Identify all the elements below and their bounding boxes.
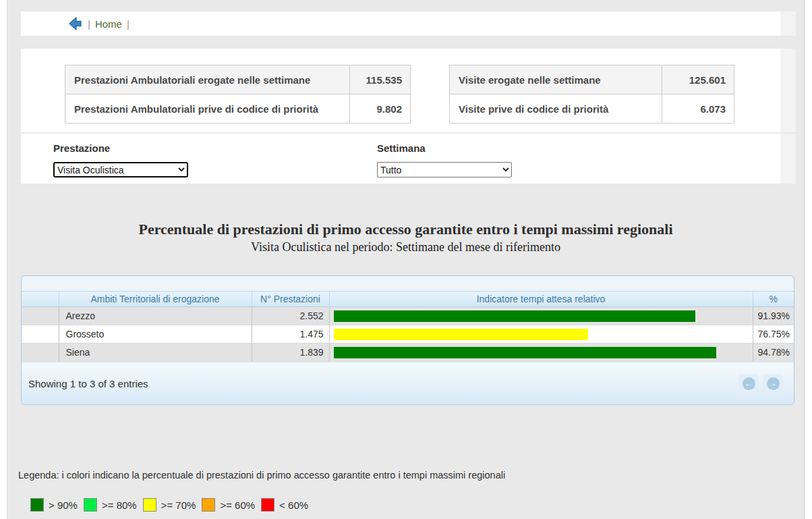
indicator-bar <box>334 347 717 358</box>
legend-label: >= 70% <box>161 499 196 511</box>
indicator-bar <box>334 310 695 322</box>
stat-value: 115.535 <box>350 65 411 94</box>
stat-label: Visite erogate nelle settimane <box>450 65 662 94</box>
pagination: ← → <box>738 374 783 394</box>
legend-label: < 60% <box>279 499 308 511</box>
settimana-select[interactable]: Tutto <box>377 162 512 177</box>
stat-value: 125.601 <box>662 65 734 94</box>
legend-item: >= 70% <box>143 498 196 512</box>
spacer-cell <box>22 307 59 325</box>
legend-item: >= 60% <box>202 498 255 512</box>
legend-description: Legenda: i colori indicano la percentual… <box>18 470 505 481</box>
prestazioni-cell: 1.839 <box>252 344 329 362</box>
stat-label: Prestazioni Ambulatoriali prive di codic… <box>65 94 350 124</box>
yellow-swatch-icon <box>143 498 156 512</box>
summary-stats-card: Prestazioni Ambulatoriali erogate nelle … <box>21 49 796 132</box>
results-panel: Ambiti Territoriali di erogazione N° Pre… <box>21 275 794 405</box>
ambiti-column-header[interactable]: Ambiti Territoriali di erogazione <box>59 292 252 307</box>
prestazioni-cell: 1.475 <box>252 325 329 344</box>
pagination-next-button[interactable]: → <box>763 374 783 394</box>
breadcrumb-separator: | <box>88 18 90 30</box>
prestazioni-cell: 2.552 <box>252 307 329 325</box>
table-footer: Showing 1 to 3 of 3 entries ← → <box>22 362 794 404</box>
breadcrumb-separator: | <box>127 18 129 30</box>
pagination-prev-button[interactable]: ← <box>738 374 759 394</box>
orange-swatch-icon <box>202 498 215 512</box>
results-table: Ambiti Territoriali di erogazione N° Pre… <box>22 291 794 362</box>
table-row: Prestazioni Ambulatoriali erogate nelle … <box>65 65 411 94</box>
visite-stats-table: Visite erogate nelle settimane 125.601 V… <box>449 65 734 124</box>
ambito-cell: Arezzo <box>59 307 252 325</box>
table-row: Arezzo 2.552 91.93% <box>22 307 794 325</box>
ambito-cell: Siena <box>59 344 252 362</box>
spacer-column-header <box>22 292 59 307</box>
percent-cell: 91.93% <box>753 307 794 325</box>
stat-label: Visite prive di codice di priorità <box>450 94 662 124</box>
table-row: Prestazioni Ambulatoriali prive di codic… <box>65 94 411 124</box>
settimana-label: Settimana <box>377 142 426 154</box>
legend-item: < 60% <box>261 498 308 512</box>
page-title: Percentuale di prestazioni di primo acce… <box>7 221 804 238</box>
arrow-left-icon: ← <box>743 377 755 390</box>
table-row: Visite prive di codice di priorità 6.073 <box>450 94 734 124</box>
red-swatch-icon <box>261 498 274 512</box>
legend-item: >= 80% <box>84 498 137 512</box>
indicator-bar-cell <box>329 325 753 344</box>
legend: > 90% >= 80% >= 70% >= 60% < 60% <box>30 498 308 512</box>
legend-label: > 90% <box>49 499 78 511</box>
stat-value: 9.802 <box>350 94 411 124</box>
legend-label: >= 80% <box>102 499 137 511</box>
dark-green-swatch-icon <box>30 498 44 512</box>
legend-label: >= 60% <box>220 499 255 511</box>
spacer-cell <box>22 344 59 362</box>
table-row: Grosseto 1.475 76.75% <box>22 325 794 344</box>
prestazioni-stats-table: Prestazioni Ambulatoriali erogate nelle … <box>65 65 411 124</box>
page-background: | Home | Prestazioni Ambulatoriali eroga… <box>7 0 805 519</box>
stat-label: Prestazioni Ambulatoriali erogate nelle … <box>65 65 350 94</box>
stat-value: 6.073 <box>662 94 734 124</box>
prestazione-select[interactable]: Visita Oculistica <box>53 162 188 177</box>
indicator-bar-cell <box>329 344 753 362</box>
breadcrumb: | Home | <box>21 11 796 36</box>
prestazioni-column-header[interactable]: N° Prestazioni <box>252 292 329 307</box>
entries-info: Showing 1 to 3 of 3 entries <box>28 378 148 389</box>
prestazione-label: Prestazione <box>53 142 110 154</box>
table-row: Siena 1.839 94.78% <box>22 344 794 362</box>
spacer-cell <box>22 325 59 344</box>
arrow-right-icon: → <box>767 377 780 390</box>
percent-cell: 76.75% <box>753 325 794 344</box>
filters-card: Prestazione Visita Oculistica Settimana … <box>21 134 796 184</box>
page-subtitle: Visita Oculistica nel periodo: Settimane… <box>7 240 804 254</box>
legend-item: > 90% <box>30 498 78 512</box>
ambito-cell: Grosseto <box>59 325 252 344</box>
breadcrumb-home-link[interactable]: Home <box>95 18 122 30</box>
indicator-bar <box>334 329 589 340</box>
indicatore-column-header[interactable]: Indicatore tempi attesa relativo <box>329 292 753 307</box>
table-row: Visite erogate nelle settimane 125.601 <box>450 65 734 94</box>
table-header-row: Ambiti Territoriali di erogazione N° Pre… <box>22 292 794 307</box>
percent-cell: 94.78% <box>753 344 794 362</box>
percent-column-header[interactable]: % <box>753 292 794 307</box>
back-arrow-icon[interactable] <box>68 17 83 30</box>
indicator-bar-cell <box>329 307 753 325</box>
bright-green-swatch-icon <box>84 498 97 512</box>
